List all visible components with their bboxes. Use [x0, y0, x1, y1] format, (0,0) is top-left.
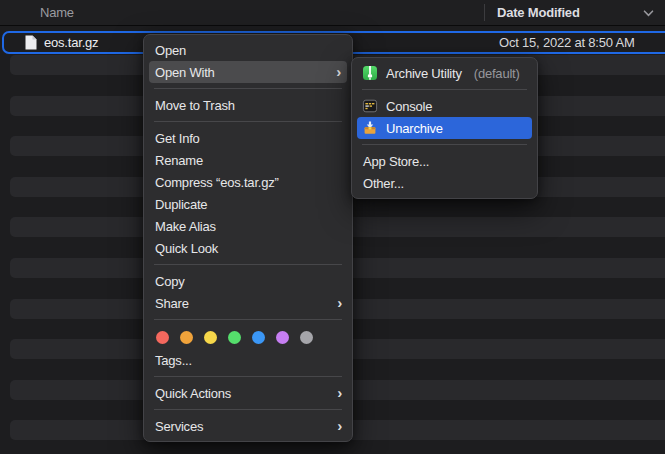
- list-header: Name Date Modified: [0, 0, 665, 26]
- menu-item-label: Duplicate: [155, 197, 207, 212]
- menu-item-label: Open: [155, 43, 186, 58]
- menu-item-label: Quick Look: [155, 241, 218, 256]
- tag-color-dot[interactable]: [180, 331, 193, 344]
- menu-item-rename[interactable]: Rename: [144, 149, 352, 171]
- menu-item-label: Quick Actions: [155, 386, 231, 401]
- tag-color-dot[interactable]: [276, 331, 289, 344]
- menu-separator: [154, 409, 342, 410]
- menu-item-label: Share: [155, 296, 189, 311]
- menu-item-label: Copy: [155, 274, 185, 289]
- tag-color-dot[interactable]: [204, 331, 217, 344]
- menu-separator: [154, 319, 342, 320]
- menu-separator: [154, 121, 342, 122]
- menu-item-label: Services: [155, 419, 203, 434]
- archive-utility-icon: [362, 65, 378, 81]
- menu-separator: [154, 376, 342, 377]
- menu-item-label: Open With: [155, 65, 215, 80]
- menu-item-label: Move to Trash: [155, 98, 235, 113]
- menu-item-tags[interactable]: Tags...: [144, 349, 352, 371]
- menu-item-open-with[interactable]: Open With ›: [149, 61, 347, 83]
- tag-color-dot[interactable]: [252, 331, 265, 344]
- menu-item-duplicate[interactable]: Duplicate: [144, 193, 352, 215]
- submenu-item-label: Unarchive: [386, 121, 443, 136]
- menu-item-label: Get Info: [155, 131, 200, 146]
- menu-separator: [154, 88, 342, 89]
- menu-item-label: Tags...: [155, 353, 192, 368]
- submenu-chevron-icon: ›: [336, 64, 341, 79]
- submenu-item-label: Console: [386, 99, 432, 114]
- tag-color-dot[interactable]: [156, 331, 169, 344]
- file-date-modified: Oct 15, 2022 at 8:50 AM: [499, 33, 635, 52]
- menu-item-copy[interactable]: Copy: [144, 270, 352, 292]
- submenu-chevron-icon: ›: [337, 385, 342, 400]
- tag-color-dot[interactable]: [300, 331, 313, 344]
- sort-chevron-down-icon: [643, 10, 654, 17]
- menu-item-share[interactable]: Share ›: [144, 292, 352, 314]
- menu-item-move-to-trash[interactable]: Move to Trash: [144, 94, 352, 116]
- menu-item-quick-actions[interactable]: Quick Actions ›: [144, 382, 352, 404]
- file-name: eos.tar.gz: [44, 33, 98, 52]
- submenu-chevron-icon: ›: [337, 418, 342, 433]
- menu-separator: [154, 264, 342, 265]
- menu-separator: [362, 144, 527, 145]
- finder-window: Name Date Modified eos.tar.gz Oct 15, 20…: [0, 0, 665, 454]
- menu-item-make-alias[interactable]: Make Alias: [144, 215, 352, 237]
- submenu-item-app-store[interactable]: App Store...: [352, 150, 537, 172]
- submenu-item-label: App Store...: [363, 154, 429, 169]
- default-annotation: (default): [474, 66, 520, 81]
- unarchiver-icon: [362, 120, 378, 136]
- menu-item-quick-look[interactable]: Quick Look: [144, 237, 352, 259]
- menu-item-compress[interactable]: Compress “eos.tar.gz”: [144, 171, 352, 193]
- tag-color-dots: [144, 325, 352, 349]
- tag-color-dot[interactable]: [228, 331, 241, 344]
- menu-item-label: Make Alias: [155, 219, 216, 234]
- menu-item-open[interactable]: Open: [144, 39, 352, 61]
- submenu-item-other[interactable]: Other...: [352, 172, 537, 194]
- column-header-name[interactable]: Name: [40, 0, 74, 25]
- submenu-chevron-icon: ›: [337, 295, 342, 310]
- menu-item-label: Compress “eos.tar.gz”: [155, 175, 279, 190]
- menu-item-label: Rename: [155, 153, 203, 168]
- menu-item-get-info[interactable]: Get Info: [144, 127, 352, 149]
- column-divider[interactable]: [484, 4, 485, 21]
- menu-item-services[interactable]: Services ›: [144, 415, 352, 437]
- open-with-submenu: Archive Utility (default) Console: [351, 57, 538, 199]
- submenu-item-label: Other...: [363, 176, 404, 191]
- submenu-item-unarchive[interactable]: Unarchive: [357, 117, 532, 139]
- console-icon: [362, 98, 378, 114]
- submenu-item-console[interactable]: Console: [352, 95, 537, 117]
- context-menu: Open Open With › Move to Trash Get Info …: [143, 34, 353, 442]
- column-header-date-modified[interactable]: Date Modified: [497, 0, 580, 25]
- menu-separator: [362, 89, 527, 90]
- submenu-item-archive-utility[interactable]: Archive Utility (default): [352, 62, 537, 84]
- submenu-item-label: Archive Utility: [386, 66, 462, 81]
- document-file-icon: [25, 35, 37, 50]
